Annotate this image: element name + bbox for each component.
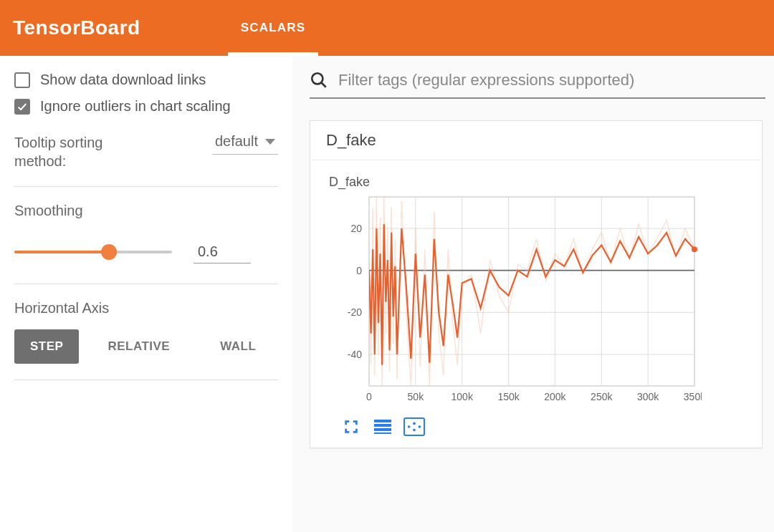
check-icon [16,101,28,112]
svg-text:-40: -40 [348,349,362,360]
expand-icon[interactable] [340,417,362,436]
search-icon [310,71,328,90]
checkbox-show-download[interactable] [14,72,30,88]
smoothing-slider[interactable] [14,251,172,253]
card-section-title[interactable]: D_fake [310,121,762,160]
svg-text:-20: -20 [348,306,362,318]
chart-toolbar [329,417,743,436]
slider-thumb[interactable] [101,244,117,260]
svg-text:300k: 300k [637,391,659,402]
smoothing-label: Smoothing [14,203,278,219]
svg-text:200k: 200k [544,391,566,402]
scalar-chart: 050k100k150k200k250k300k350k-40-20020 [329,193,702,407]
svg-line-1 [321,82,326,87]
header-tabs: SCALARS [212,0,335,56]
filter-tags-input[interactable] [337,70,765,90]
checkbox-ignore-outliers[interactable] [14,99,30,115]
svg-point-34 [419,425,421,428]
app-header: TensorBoard SCALARS [0,0,774,56]
svg-rect-29 [374,420,391,422]
svg-rect-31 [374,428,391,431]
svg-point-36 [413,429,416,432]
svg-rect-32 [374,432,391,434]
svg-text:350k: 350k [684,391,702,402]
option-ignore-outliers[interactable]: Ignore outliers in chart scaling [14,98,278,115]
svg-text:0: 0 [356,265,362,276]
axis-button-row: STEP RELATIVE WALL [14,329,278,380]
option-label: Show data download links [40,72,206,88]
axis-btn-relative[interactable]: RELATIVE [92,329,186,364]
svg-text:150k: 150k [497,391,520,402]
option-show-download-links[interactable]: Show data download links [14,72,278,88]
filter-tags-row [310,70,765,99]
chevron-down-icon [265,139,275,145]
svg-text:0: 0 [366,391,372,402]
sidebar: Show data download links Ignore outliers… [0,56,292,532]
option-label: Ignore outliers in chart scaling [40,98,231,115]
svg-text:50k: 50k [408,391,425,402]
svg-text:20: 20 [350,223,362,234]
svg-point-33 [408,425,411,428]
tooltip-sorting-value: default [215,133,258,150]
svg-rect-30 [374,424,391,427]
scalar-card: D_fake D_fake 050k100k150k200k250k300k35… [310,120,763,448]
main-panel: D_fake D_fake 050k100k150k200k250k300k35… [292,56,774,532]
svg-point-28 [692,246,697,252]
tooltip-sorting-label: Tooltip sorting method: [14,133,122,170]
svg-text:250k: 250k [591,391,613,402]
tooltip-sorting-row: Tooltip sorting method: default [14,133,278,187]
smoothing-value-input[interactable]: 0.6 [194,241,251,263]
tab-scalars[interactable]: SCALARS [212,0,335,56]
svg-text:100k: 100k [452,391,474,402]
svg-point-0 [312,73,322,84]
tooltip-sorting-select[interactable]: default [212,133,278,155]
fit-domain-icon[interactable] [403,417,425,436]
axis-btn-wall[interactable]: WALL [204,329,272,364]
chart-area[interactable]: 050k100k150k200k250k300k350k-40-20020 [329,193,702,407]
log-scale-icon[interactable] [372,417,393,436]
svg-point-35 [413,422,416,425]
app-title: TensorBoard [13,16,140,39]
smoothing-row: 0.6 [14,241,278,284]
axis-btn-step[interactable]: STEP [14,329,79,364]
chart-title: D_fake [329,175,743,190]
horizontal-axis-label: Horizontal Axis [14,300,278,316]
